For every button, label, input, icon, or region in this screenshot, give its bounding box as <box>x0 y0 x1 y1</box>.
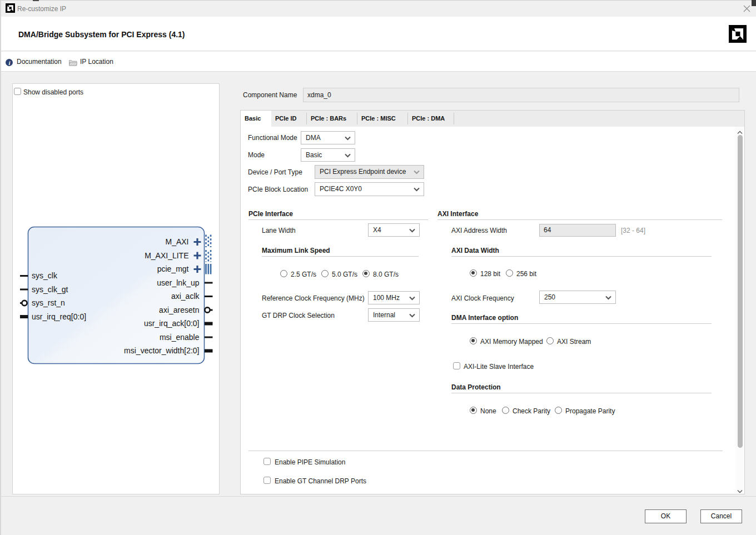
svg-text:sys_rst_n: sys_rst_n <box>32 298 65 307</box>
svg-text:axi_aclk: axi_aclk <box>171 292 200 301</box>
svg-text:sys_clk: sys_clk <box>32 271 58 280</box>
svg-text:sys_clk_gt: sys_clk_gt <box>32 285 68 294</box>
svg-text:usr_irq_ack[0:0]: usr_irq_ack[0:0] <box>144 319 200 328</box>
svg-text:usr_irq_req[0:0]: usr_irq_req[0:0] <box>32 312 86 321</box>
svg-text:msi_vector_width[2:0]: msi_vector_width[2:0] <box>124 346 199 355</box>
svg-text:user_lnk_up: user_lnk_up <box>157 278 199 287</box>
svg-text:pcie_mgt: pcie_mgt <box>157 264 189 273</box>
svg-text:msi_enable: msi_enable <box>160 333 200 342</box>
svg-text:M_AXI_LITE: M_AXI_LITE <box>145 251 188 260</box>
svg-text:axi_aresetn: axi_aresetn <box>159 306 199 314</box>
svg-text:M_AXI: M_AXI <box>165 237 188 246</box>
